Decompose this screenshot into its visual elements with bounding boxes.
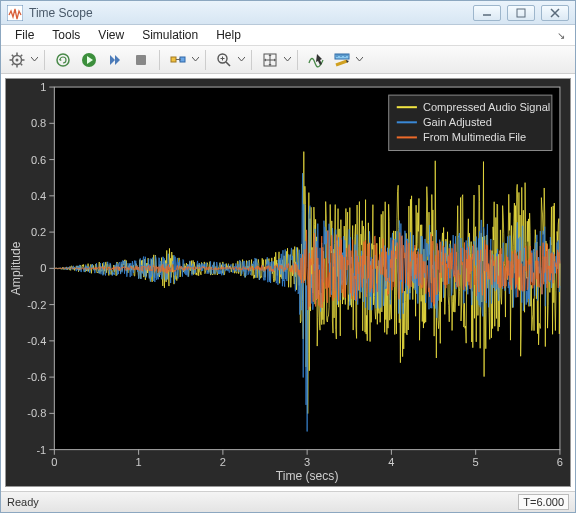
svg-line-11 bbox=[21, 55, 23, 57]
svg-text:Gain Adjusted: Gain Adjusted bbox=[423, 117, 492, 129]
autoscale-dropdown[interactable] bbox=[284, 49, 291, 71]
svg-text:-0.2: -0.2 bbox=[27, 299, 46, 311]
svg-text:0: 0 bbox=[51, 456, 57, 468]
svg-text:0.2: 0.2 bbox=[31, 227, 46, 239]
scope-display[interactable]: 0123456-1-0.8-0.6-0.4-0.200.20.40.60.81T… bbox=[5, 78, 571, 487]
menu-help[interactable]: Help bbox=[208, 26, 249, 44]
cursor-signal-icon bbox=[308, 52, 324, 68]
zoom-dropdown[interactable] bbox=[238, 49, 245, 71]
statusbar: Ready T=6.000 bbox=[1, 491, 575, 512]
highlight-dropdown[interactable] bbox=[192, 49, 199, 71]
gear-icon bbox=[9, 52, 25, 68]
svg-text:-0.4: -0.4 bbox=[27, 335, 46, 347]
play-icon bbox=[81, 52, 97, 68]
cursor-measure-button[interactable] bbox=[304, 49, 328, 71]
highlight-block-icon bbox=[170, 52, 186, 68]
highlight-button[interactable] bbox=[166, 49, 190, 71]
svg-rect-15 bbox=[136, 55, 146, 65]
svg-text:2: 2 bbox=[220, 456, 226, 468]
autoscale-button[interactable] bbox=[258, 49, 282, 71]
svg-text:1: 1 bbox=[40, 81, 46, 93]
toolbar bbox=[1, 46, 575, 74]
status-time: T=6.000 bbox=[518, 494, 569, 510]
svg-text:-1: -1 bbox=[36, 444, 46, 456]
svg-rect-16 bbox=[171, 57, 176, 62]
close-button[interactable] bbox=[541, 5, 569, 21]
measurements-button[interactable] bbox=[330, 49, 354, 71]
caret-down-icon bbox=[192, 56, 199, 63]
ruler-icon bbox=[334, 52, 350, 68]
svg-text:0.6: 0.6 bbox=[31, 154, 46, 166]
svg-text:1: 1 bbox=[136, 456, 142, 468]
menu-tools[interactable]: Tools bbox=[44, 26, 88, 44]
menu-tear-off-icon[interactable]: ↘ bbox=[557, 30, 569, 41]
caret-down-icon bbox=[284, 56, 291, 63]
caret-down-icon bbox=[356, 56, 363, 63]
stop-button[interactable] bbox=[129, 49, 153, 71]
svg-line-9 bbox=[12, 55, 14, 57]
maximize-button[interactable] bbox=[507, 5, 535, 21]
svg-text:Amplitude: Amplitude bbox=[9, 242, 23, 296]
app-window: Time Scope File Tools View Simulation He… bbox=[0, 0, 576, 513]
menubar: File Tools View Simulation Help ↘ bbox=[1, 25, 575, 46]
zoom-button[interactable] bbox=[212, 49, 236, 71]
svg-text:Compressed Audio Signal: Compressed Audio Signal bbox=[423, 102, 550, 114]
svg-point-4 bbox=[16, 58, 19, 61]
svg-text:-0.8: -0.8 bbox=[27, 408, 46, 420]
svg-text:-0.6: -0.6 bbox=[27, 372, 46, 384]
svg-text:Time (secs): Time (secs) bbox=[276, 469, 339, 483]
svg-line-12 bbox=[12, 63, 14, 65]
step-back-icon bbox=[55, 52, 71, 68]
svg-text:From Multimedia File: From Multimedia File bbox=[423, 132, 526, 144]
step-forward-button[interactable] bbox=[103, 49, 127, 71]
svg-text:0.4: 0.4 bbox=[31, 190, 46, 202]
stop-icon bbox=[133, 52, 149, 68]
menu-simulation[interactable]: Simulation bbox=[134, 26, 206, 44]
autoscale-icon bbox=[262, 52, 278, 68]
configure-dropdown[interactable] bbox=[31, 49, 38, 71]
menu-file[interactable]: File bbox=[7, 26, 42, 44]
scope-plot: 0123456-1-0.8-0.6-0.4-0.200.20.40.60.81T… bbox=[6, 79, 570, 486]
window-buttons bbox=[473, 5, 569, 21]
caret-down-icon bbox=[31, 56, 38, 63]
svg-text:3: 3 bbox=[304, 456, 310, 468]
status-text: Ready bbox=[7, 496, 39, 508]
run-button[interactable] bbox=[77, 49, 101, 71]
titlebar[interactable]: Time Scope bbox=[1, 1, 575, 25]
svg-text:6: 6 bbox=[557, 456, 563, 468]
step-back-button[interactable] bbox=[51, 49, 75, 71]
svg-text:0.8: 0.8 bbox=[31, 118, 46, 130]
caret-down-icon bbox=[238, 56, 245, 63]
minimize-button[interactable] bbox=[473, 5, 501, 21]
svg-text:5: 5 bbox=[473, 456, 479, 468]
svg-line-10 bbox=[21, 63, 23, 65]
configure-button[interactable] bbox=[5, 49, 29, 71]
measurements-dropdown[interactable] bbox=[356, 49, 363, 71]
app-icon bbox=[7, 5, 23, 21]
plot-container: 0123456-1-0.8-0.6-0.4-0.200.20.40.60.81T… bbox=[1, 74, 575, 491]
svg-line-19 bbox=[226, 62, 230, 66]
window-title: Time Scope bbox=[29, 6, 473, 20]
svg-point-13 bbox=[57, 54, 69, 66]
svg-text:0: 0 bbox=[40, 263, 46, 275]
svg-rect-2 bbox=[517, 9, 525, 17]
zoom-in-icon bbox=[216, 52, 232, 68]
svg-text:4: 4 bbox=[388, 456, 394, 468]
menu-view[interactable]: View bbox=[90, 26, 132, 44]
step-forward-icon bbox=[107, 52, 123, 68]
